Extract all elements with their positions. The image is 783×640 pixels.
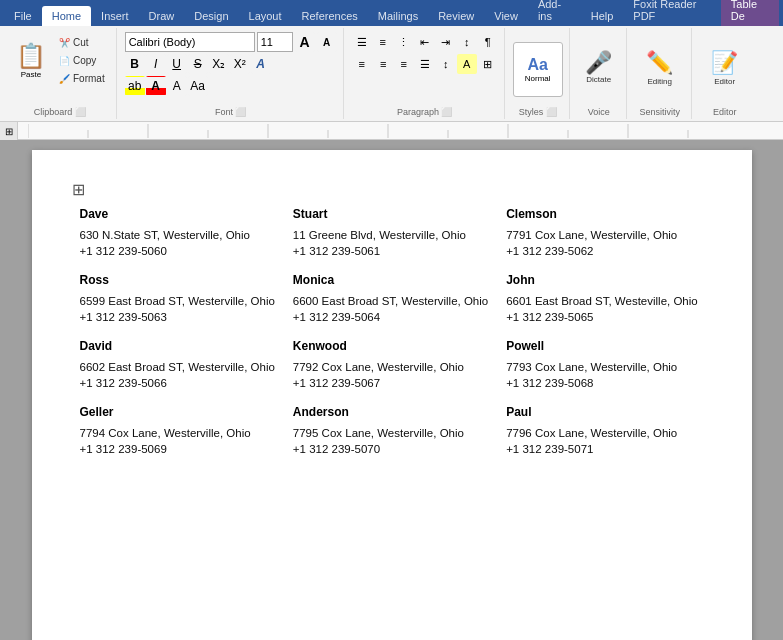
paragraph-group: ☰ ≡ ⋮ ⇤ ⇥ ↕ ¶ ≡ ≡ ≡ ☰ ↕ A ⊞ Paragraph ⬜ <box>346 28 505 119</box>
change-case-button[interactable]: Aa <box>188 76 208 96</box>
contact-name: Dave <box>80 207 277 223</box>
contact-phone: +1 312 239-5065 <box>506 311 703 323</box>
subscript-button[interactable]: X₂ <box>209 54 229 74</box>
italic-button[interactable]: I <box>146 54 166 74</box>
tab-table-de[interactable]: Table De <box>721 0 779 26</box>
contact-cell: Geller 7794 Cox Lane, Westerville, Ohio … <box>72 401 285 459</box>
font-color-button[interactable]: A <box>146 76 166 96</box>
dictate-button[interactable]: 🎤 Dictate <box>580 40 617 95</box>
line-spacing-button[interactable]: ↕ <box>436 54 456 74</box>
contact-cell: David 6602 East Broad ST, Westerville, O… <box>72 335 285 393</box>
borders-button[interactable]: ⊞ <box>478 54 498 74</box>
tab-addins[interactable]: Add-ins <box>528 0 581 26</box>
sensitivity-label: Sensitivity <box>639 105 680 117</box>
tab-insert[interactable]: Insert <box>91 6 139 26</box>
tab-mailings[interactable]: Mailings <box>368 6 428 26</box>
contact-cell: Ross 6599 East Broad ST, Westerville, Oh… <box>72 269 285 327</box>
align-right-button[interactable]: ≡ <box>394 54 414 74</box>
copy-button[interactable]: 📄 Copy <box>54 52 110 69</box>
contact-phone: +1 312 239-5061 <box>293 245 490 257</box>
styles-button[interactable]: Aa Normal <box>513 42 563 97</box>
contacts-table: Dave 630 N.State ST, Westerville, Ohio +… <box>72 203 712 459</box>
font-name-input[interactable] <box>125 32 255 52</box>
contact-name: David <box>80 339 277 355</box>
ruler: ⊞ <box>0 122 783 140</box>
contact-phone: +1 312 239-5071 <box>506 443 703 455</box>
contact-phone: +1 312 239-5060 <box>80 245 277 257</box>
numbering-button[interactable]: ≡ <box>373 32 393 52</box>
contact-cell: Paul 7796 Cox Lane, Westerville, Ohio +1… <box>498 401 711 459</box>
contact-phone: +1 312 239-5062 <box>506 245 703 257</box>
contact-phone: +1 312 239-5063 <box>80 311 277 323</box>
contact-address: 6601 East Broad ST, Westeville, Ohio <box>506 295 703 307</box>
contact-address: 7793 Cox Lane, Westerville, Ohio <box>506 361 703 373</box>
align-left-button[interactable]: ≡ <box>352 54 372 74</box>
paste-icon: 📋 <box>16 42 46 70</box>
sort-button[interactable]: ↕ <box>457 32 477 52</box>
microphone-icon: 🎤 <box>585 52 612 74</box>
tab-help[interactable]: Help <box>581 6 624 26</box>
clipboard-label: Clipboard ⬜ <box>34 105 86 117</box>
editor-icon: 📝 <box>711 50 738 76</box>
justify-button[interactable]: ☰ <box>415 54 435 74</box>
bullets-button[interactable]: ☰ <box>352 32 372 52</box>
strikethrough-button[interactable]: S <box>188 54 208 74</box>
contact-name: Paul <box>506 405 703 421</box>
align-center-button[interactable]: ≡ <box>373 54 393 74</box>
tab-references[interactable]: References <box>292 6 368 26</box>
grow-font-button[interactable]: A <box>295 32 315 52</box>
cut-icon: ✂️ <box>59 38 70 48</box>
contact-name: Kenwood <box>293 339 490 355</box>
contact-phone: +1 312 239-5069 <box>80 443 277 455</box>
tab-draw[interactable]: Draw <box>139 6 185 26</box>
text-effects-button[interactable]: A <box>251 54 271 74</box>
editing-button[interactable]: ✏️ Editing <box>635 40 685 95</box>
voice-group: 🎤 Dictate Voice <box>572 28 627 119</box>
contact-name: Clemson <box>506 207 703 223</box>
editor-button[interactable]: 📝 Editor <box>700 40 750 95</box>
tab-review[interactable]: Review <box>428 6 484 26</box>
tab-file[interactable]: File <box>4 6 42 26</box>
font-label: Font ⬜ <box>215 105 247 117</box>
tab-foxit[interactable]: Foxit Reader PDF <box>623 0 720 26</box>
contact-cell: Clemson 7791 Cox Lane, Westerville, Ohio… <box>498 203 711 261</box>
editing-icon: ✏️ <box>646 50 673 76</box>
multilevel-list-button[interactable]: ⋮ <box>394 32 414 52</box>
contact-address: 7791 Cox Lane, Westerville, Ohio <box>506 229 703 241</box>
bold-button[interactable]: B <box>125 54 145 74</box>
superscript-button[interactable]: X² <box>230 54 250 74</box>
contact-phone: +1 312 239-5067 <box>293 377 490 389</box>
highlight-button[interactable]: ab <box>125 76 145 96</box>
show-marks-button[interactable]: ¶ <box>478 32 498 52</box>
paste-button[interactable]: 📋 Paste <box>10 30 52 90</box>
font-size-input[interactable] <box>257 32 293 52</box>
contact-cell: Monica 6600 East Broad ST, Westerville, … <box>285 269 498 327</box>
add-row-button[interactable]: ⊞ <box>72 181 85 198</box>
styles-group: Aa Normal Styles ⬜ <box>507 28 570 119</box>
contact-address: 6600 East Broad ST, Westerville, Ohio <box>293 295 490 307</box>
copy-icon: 📄 <box>59 56 70 66</box>
contact-address: 7796 Cox Lane, Westerville, Ohio <box>506 427 703 439</box>
underline-button[interactable]: U <box>167 54 187 74</box>
decrease-indent-button[interactable]: ⇤ <box>415 32 435 52</box>
shrink-font-button[interactable]: A <box>317 32 337 52</box>
ruler-marks-svg <box>28 124 728 138</box>
contact-cell: Powell 7793 Cox Lane, Westerville, Ohio … <box>498 335 711 393</box>
paste-label: Paste <box>21 70 41 79</box>
format-painter-button[interactable]: 🖌️ Format <box>54 70 110 87</box>
clear-format-button[interactable]: A <box>167 76 187 96</box>
editor-label: Editor <box>713 105 737 117</box>
contact-address: 7792 Cox Lane, Westerville, Ohio <box>293 361 490 373</box>
tab-design[interactable]: Design <box>184 6 238 26</box>
tab-view[interactable]: View <box>484 6 528 26</box>
shading-button[interactable]: A <box>457 54 477 74</box>
tab-home[interactable]: Home <box>42 6 91 26</box>
cut-button[interactable]: ✂️ Cut <box>54 34 110 51</box>
increase-indent-button[interactable]: ⇥ <box>436 32 456 52</box>
contact-name: Geller <box>80 405 277 421</box>
contact-address: 630 N.State ST, Westerville, Ohio <box>80 229 277 241</box>
ruler-corner[interactable]: ⊞ <box>0 122 18 140</box>
tab-layout[interactable]: Layout <box>239 6 292 26</box>
document-area: ⊞ Dave 630 N.State ST, Westerville, Ohio… <box>0 140 783 640</box>
contact-address: 11 Greene Blvd, Westerville, Ohio <box>293 229 490 241</box>
